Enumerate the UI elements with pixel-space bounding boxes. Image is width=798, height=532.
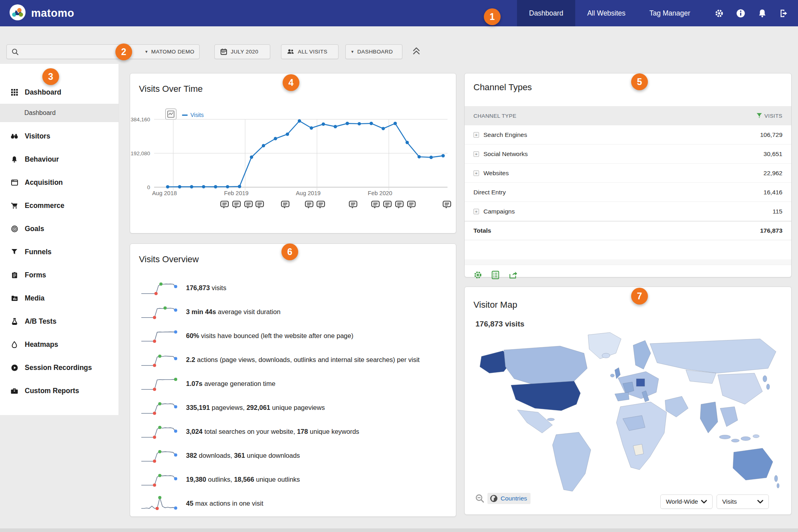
sidebar-item-forms[interactable]: Forms (0, 266, 119, 284)
chevron-down-icon: ▾ (145, 49, 148, 54)
channel-label: Social Networks (483, 150, 528, 158)
channel-row-left: +Search Engines (473, 131, 527, 138)
sidebar-item-label: Ecommerce (25, 202, 64, 210)
region-select[interactable]: World-Wide (660, 494, 713, 509)
sidebar-item-label: Acquisition (25, 178, 63, 187)
topnav-item-dashboard[interactable]: Dashboard (517, 0, 575, 26)
channel-row-direct-entry[interactable]: Direct Entry16,416 (465, 183, 791, 202)
sidebar-item-heatmaps[interactable]: Heatmaps (0, 335, 119, 354)
sparkline-chart (140, 278, 178, 297)
sparkline-chart (140, 374, 178, 393)
flask-icon (11, 318, 18, 325)
visits-column-header[interactable]: VISITS (756, 113, 782, 119)
sidebar-item-media[interactable]: Media (0, 289, 119, 307)
overview-row: 176,873 visits (140, 276, 447, 300)
site-search-box[interactable]: ▾ MATOMO DEMO (6, 44, 200, 59)
step-badge-7: 7 (631, 288, 648, 305)
segment-selector-button[interactable]: ALL VISITS (281, 44, 339, 59)
countries-control[interactable]: Countries (487, 493, 531, 504)
channel-row-websites[interactable]: +Websites22,962 (465, 164, 791, 183)
channel-row-social-networks[interactable]: +Social Networks30,651 (465, 144, 791, 164)
overview-row: 60% visits have bounced (left the websit… (140, 324, 447, 348)
annotation-bubble-icon[interactable] (232, 200, 241, 209)
info-icon[interactable] (736, 8, 745, 18)
annotation-bubble-icon[interactable] (371, 200, 380, 209)
svg-text:384,160: 384,160 (131, 117, 150, 123)
bell-icon[interactable] (757, 8, 767, 18)
overview-row-text: 176,873 visits (186, 283, 226, 292)
sidebar-item-funnels[interactable]: Funnels (0, 243, 119, 261)
svg-text:Feb 2020: Feb 2020 (368, 190, 392, 196)
expand-plus-icon[interactable]: + (473, 132, 479, 138)
sidebar-item-custom-reports[interactable]: Custom Reports (0, 382, 119, 400)
annotation-bubble-icon[interactable] (281, 200, 290, 209)
annotation-bubble-icon[interactable] (220, 200, 229, 209)
export-icon[interactable] (509, 271, 517, 279)
sidebar-item-dashboard-active[interactable]: Dashboard (0, 104, 119, 122)
sidebar-item-label: Visitors (25, 132, 50, 140)
sidebar-item-a-b-tests[interactable]: A/B Tests (0, 312, 119, 330)
chevron-down-icon (757, 500, 763, 504)
overview-row: 382 downloads, 361 unique downloads (140, 443, 447, 467)
card-title: Visitor Map (473, 300, 517, 310)
matomo-dashboard-page: matomo Dashboard All Websites Tag Manage… (0, 0, 798, 532)
topnav-item-all-websites[interactable]: All Websites (575, 0, 638, 26)
site-selector[interactable]: ▾ MATOMO DEMO (145, 49, 194, 55)
collapse-chevrons-icon[interactable] (412, 46, 421, 57)
site-selector-label: MATOMO DEMO (151, 49, 194, 55)
sparkline-chart (140, 422, 178, 441)
annotation-bubble-icon[interactable] (349, 200, 358, 209)
expand-plus-icon[interactable]: + (473, 209, 479, 214)
toolbox-icon (11, 387, 18, 394)
sidebar-section-dashboard[interactable]: Dashboard (0, 83, 119, 101)
dashboard-selector-button[interactable]: ▾ DASHBOARD (345, 44, 402, 59)
channel-visits-value: 16,416 (764, 189, 782, 196)
chevron-down-icon: ▾ (351, 49, 354, 54)
countries-link[interactable]: Countries (501, 495, 527, 502)
expand-plus-icon[interactable]: + (473, 151, 479, 157)
users-icon (287, 49, 294, 55)
signout-icon[interactable] (779, 8, 788, 18)
target-icon (11, 225, 18, 232)
overview-row-text: 1.07s average generation time (186, 379, 275, 388)
sidebar-item-visitors[interactable]: Visitors (0, 127, 119, 145)
gear-icon[interactable] (714, 8, 724, 18)
metric-select[interactable]: Visits (717, 494, 769, 509)
channel-row-campaigns[interactable]: +Campaigns115 (465, 202, 791, 221)
table-footer-icons (473, 271, 517, 279)
channel-type-column-header[interactable]: CHANNEL TYPE (473, 113, 517, 119)
sidebar-item-behaviour[interactable]: Behaviour (0, 150, 119, 168)
expand-plus-icon[interactable]: + (473, 170, 479, 176)
zoom-out-icon[interactable] (475, 494, 485, 503)
overview-row: 19,380 outlinks, 18,566 unique outlinks (140, 467, 447, 491)
annotation-bubble-icon[interactable] (383, 200, 392, 209)
sidebar-item-ecommerce[interactable]: Ecommerce (0, 196, 119, 215)
channel-row-left: Direct Entry (473, 189, 506, 196)
matomo-brand[interactable]: matomo (0, 4, 74, 23)
annotation-bubble-icon[interactable] (305, 200, 314, 209)
gear-icon[interactable] (473, 271, 482, 279)
annotation-bubble-icon[interactable] (244, 200, 253, 209)
overview-row: 335,191 pageviews, 292,061 unique pagevi… (140, 396, 447, 419)
world-map[interactable] (474, 330, 782, 493)
overview-row-text: 19,380 outlinks, 18,566 unique outlinks (186, 475, 300, 484)
annotation-bubble-icon[interactable] (395, 200, 404, 209)
sparkline-chart (140, 470, 178, 489)
sidebar-item-label: Behaviour (25, 155, 59, 164)
channel-label: Direct Entry (473, 189, 506, 196)
channel-label: Search Engines (483, 131, 527, 138)
period-selector-button[interactable]: JULY 2020 (214, 44, 270, 59)
annotation-bubble-icon[interactable] (255, 200, 264, 209)
sidebar-item-session-recordings[interactable]: Session Recordings (0, 358, 119, 377)
channel-row-search-engines[interactable]: +Search Engines106,729 (465, 125, 791, 144)
overview-row-text: 3,024 total searches on your website, 17… (186, 427, 359, 436)
annotation-bubble-icon[interactable] (316, 200, 325, 209)
overview-row: 2.2 actions (page views, downloads, outl… (140, 348, 447, 372)
topnav-item-tag-manager[interactable]: Tag Manager (638, 0, 702, 26)
annotation-bubble-icon[interactable] (407, 200, 416, 209)
annotation-bubble-icon[interactable] (442, 200, 451, 209)
bell-icon (11, 156, 18, 163)
table-icon[interactable] (491, 271, 500, 279)
sidebar-item-goals[interactable]: Goals (0, 220, 119, 238)
sidebar-item-acquisition[interactable]: Acquisition (0, 173, 119, 192)
